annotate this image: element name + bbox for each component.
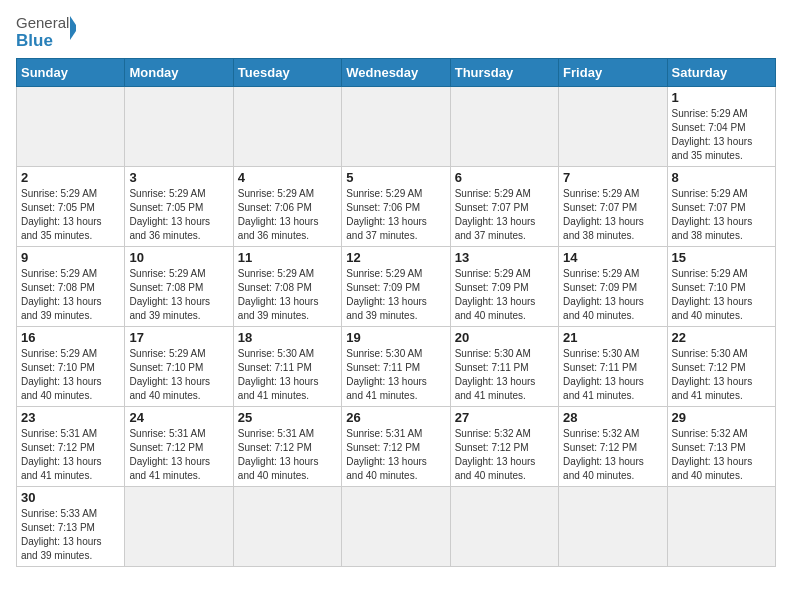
day-info: Sunrise: 5:32 AM Sunset: 7:13 PM Dayligh… [672,427,771,483]
day-info: Sunrise: 5:30 AM Sunset: 7:12 PM Dayligh… [672,347,771,403]
calendar-cell: 5Sunrise: 5:29 AM Sunset: 7:06 PM Daylig… [342,167,450,247]
day-number: 13 [455,250,554,265]
calendar-cell: 29Sunrise: 5:32 AM Sunset: 7:13 PM Dayli… [667,407,775,487]
calendar: SundayMondayTuesdayWednesdayThursdayFrid… [16,58,776,567]
calendar-cell [450,87,558,167]
calendar-cell: 22Sunrise: 5:30 AM Sunset: 7:12 PM Dayli… [667,327,775,407]
day-info: Sunrise: 5:30 AM Sunset: 7:11 PM Dayligh… [455,347,554,403]
day-info: Sunrise: 5:29 AM Sunset: 7:09 PM Dayligh… [455,267,554,323]
day-number: 15 [672,250,771,265]
calendar-cell: 4Sunrise: 5:29 AM Sunset: 7:06 PM Daylig… [233,167,341,247]
day-info: Sunrise: 5:29 AM Sunset: 7:08 PM Dayligh… [129,267,228,323]
day-number: 26 [346,410,445,425]
calendar-cell [125,487,233,567]
calendar-cell: 26Sunrise: 5:31 AM Sunset: 7:12 PM Dayli… [342,407,450,487]
day-info: Sunrise: 5:29 AM Sunset: 7:10 PM Dayligh… [672,267,771,323]
svg-text:Blue: Blue [16,31,53,50]
weekday-header-saturday: Saturday [667,59,775,87]
day-number: 25 [238,410,337,425]
day-info: Sunrise: 5:29 AM Sunset: 7:04 PM Dayligh… [672,107,771,163]
calendar-cell: 19Sunrise: 5:30 AM Sunset: 7:11 PM Dayli… [342,327,450,407]
day-number: 10 [129,250,228,265]
day-info: Sunrise: 5:29 AM Sunset: 7:07 PM Dayligh… [672,187,771,243]
weekday-header-friday: Friday [559,59,667,87]
calendar-cell: 6Sunrise: 5:29 AM Sunset: 7:07 PM Daylig… [450,167,558,247]
day-info: Sunrise: 5:32 AM Sunset: 7:12 PM Dayligh… [563,427,662,483]
weekday-header-sunday: Sunday [17,59,125,87]
calendar-row-0: 1Sunrise: 5:29 AM Sunset: 7:04 PM Daylig… [17,87,776,167]
calendar-cell: 23Sunrise: 5:31 AM Sunset: 7:12 PM Dayli… [17,407,125,487]
day-number: 2 [21,170,120,185]
day-info: Sunrise: 5:29 AM Sunset: 7:10 PM Dayligh… [129,347,228,403]
calendar-cell [450,487,558,567]
calendar-cell: 1Sunrise: 5:29 AM Sunset: 7:04 PM Daylig… [667,87,775,167]
calendar-cell [233,487,341,567]
day-number: 7 [563,170,662,185]
calendar-cell [125,87,233,167]
calendar-cell: 7Sunrise: 5:29 AM Sunset: 7:07 PM Daylig… [559,167,667,247]
day-number: 11 [238,250,337,265]
logo: General Blue [16,10,76,54]
header: General Blue [16,10,776,54]
day-number: 9 [21,250,120,265]
day-number: 20 [455,330,554,345]
calendar-cell: 13Sunrise: 5:29 AM Sunset: 7:09 PM Dayli… [450,247,558,327]
calendar-cell [233,87,341,167]
day-info: Sunrise: 5:33 AM Sunset: 7:13 PM Dayligh… [21,507,120,563]
calendar-cell: 2Sunrise: 5:29 AM Sunset: 7:05 PM Daylig… [17,167,125,247]
weekday-header-monday: Monday [125,59,233,87]
calendar-row-4: 23Sunrise: 5:31 AM Sunset: 7:12 PM Dayli… [17,407,776,487]
day-number: 21 [563,330,662,345]
day-number: 12 [346,250,445,265]
calendar-cell: 17Sunrise: 5:29 AM Sunset: 7:10 PM Dayli… [125,327,233,407]
day-number: 28 [563,410,662,425]
calendar-cell: 20Sunrise: 5:30 AM Sunset: 7:11 PM Dayli… [450,327,558,407]
day-info: Sunrise: 5:29 AM Sunset: 7:05 PM Dayligh… [21,187,120,243]
calendar-cell: 25Sunrise: 5:31 AM Sunset: 7:12 PM Dayli… [233,407,341,487]
svg-marker-2 [70,16,76,40]
calendar-cell: 16Sunrise: 5:29 AM Sunset: 7:10 PM Dayli… [17,327,125,407]
day-number: 3 [129,170,228,185]
day-info: Sunrise: 5:31 AM Sunset: 7:12 PM Dayligh… [238,427,337,483]
day-info: Sunrise: 5:31 AM Sunset: 7:12 PM Dayligh… [21,427,120,483]
day-number: 5 [346,170,445,185]
day-info: Sunrise: 5:31 AM Sunset: 7:12 PM Dayligh… [346,427,445,483]
day-info: Sunrise: 5:29 AM Sunset: 7:06 PM Dayligh… [346,187,445,243]
day-info: Sunrise: 5:29 AM Sunset: 7:07 PM Dayligh… [455,187,554,243]
day-info: Sunrise: 5:29 AM Sunset: 7:05 PM Dayligh… [129,187,228,243]
day-number: 4 [238,170,337,185]
calendar-cell: 30Sunrise: 5:33 AM Sunset: 7:13 PM Dayli… [17,487,125,567]
weekday-header-tuesday: Tuesday [233,59,341,87]
calendar-row-1: 2Sunrise: 5:29 AM Sunset: 7:05 PM Daylig… [17,167,776,247]
day-info: Sunrise: 5:29 AM Sunset: 7:07 PM Dayligh… [563,187,662,243]
calendar-cell: 8Sunrise: 5:29 AM Sunset: 7:07 PM Daylig… [667,167,775,247]
day-info: Sunrise: 5:29 AM Sunset: 7:10 PM Dayligh… [21,347,120,403]
day-info: Sunrise: 5:29 AM Sunset: 7:09 PM Dayligh… [563,267,662,323]
weekday-header-thursday: Thursday [450,59,558,87]
day-info: Sunrise: 5:31 AM Sunset: 7:12 PM Dayligh… [129,427,228,483]
calendar-cell [17,87,125,167]
calendar-cell: 28Sunrise: 5:32 AM Sunset: 7:12 PM Dayli… [559,407,667,487]
calendar-cell: 27Sunrise: 5:32 AM Sunset: 7:12 PM Dayli… [450,407,558,487]
day-number: 24 [129,410,228,425]
day-info: Sunrise: 5:32 AM Sunset: 7:12 PM Dayligh… [455,427,554,483]
calendar-cell: 12Sunrise: 5:29 AM Sunset: 7:09 PM Dayli… [342,247,450,327]
day-info: Sunrise: 5:30 AM Sunset: 7:11 PM Dayligh… [238,347,337,403]
weekday-header-wednesday: Wednesday [342,59,450,87]
svg-text:General: General [16,14,69,31]
calendar-cell: 15Sunrise: 5:29 AM Sunset: 7:10 PM Dayli… [667,247,775,327]
day-info: Sunrise: 5:29 AM Sunset: 7:08 PM Dayligh… [238,267,337,323]
calendar-cell [667,487,775,567]
day-number: 29 [672,410,771,425]
calendar-cell: 9Sunrise: 5:29 AM Sunset: 7:08 PM Daylig… [17,247,125,327]
day-number: 30 [21,490,120,505]
day-info: Sunrise: 5:30 AM Sunset: 7:11 PM Dayligh… [563,347,662,403]
calendar-row-2: 9Sunrise: 5:29 AM Sunset: 7:08 PM Daylig… [17,247,776,327]
calendar-cell: 18Sunrise: 5:30 AM Sunset: 7:11 PM Dayli… [233,327,341,407]
day-number: 1 [672,90,771,105]
weekday-header-row: SundayMondayTuesdayWednesdayThursdayFrid… [17,59,776,87]
calendar-cell: 10Sunrise: 5:29 AM Sunset: 7:08 PM Dayli… [125,247,233,327]
calendar-cell: 21Sunrise: 5:30 AM Sunset: 7:11 PM Dayli… [559,327,667,407]
day-number: 18 [238,330,337,345]
day-info: Sunrise: 5:30 AM Sunset: 7:11 PM Dayligh… [346,347,445,403]
